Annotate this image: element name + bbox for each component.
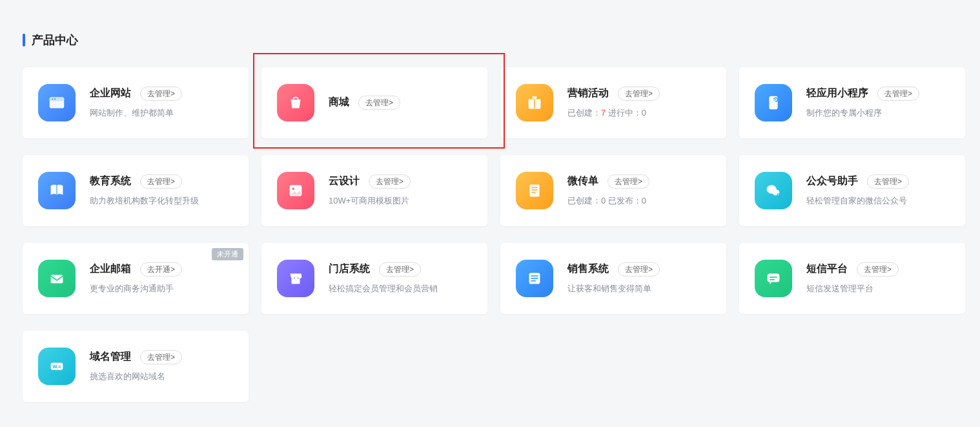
card-desc: 挑选喜欢的网站域名 xyxy=(90,371,233,382)
stat-value: 0 xyxy=(642,108,646,118)
product-card-site[interactable]: 企业网站 去管理> 网站制作、维护都简单 xyxy=(23,67,249,138)
manage-button[interactable]: 去管理> xyxy=(140,174,182,189)
product-card-edu[interactable]: 教育系统 去管理> 助力教培机构数字化转型升级 xyxy=(23,155,249,226)
card-desc: 轻松搞定会员管理和会员营销 xyxy=(329,283,472,295)
title-accent-bar xyxy=(23,34,25,47)
manage-button[interactable]: 去管理> xyxy=(877,87,919,101)
domain-icon: W.= xyxy=(38,348,76,385)
svg-rect-26 xyxy=(770,276,777,278)
svg-point-2 xyxy=(52,98,53,99)
book-icon xyxy=(38,172,76,209)
card-title: 公众号助手 xyxy=(806,174,858,188)
flyer-icon xyxy=(516,172,553,209)
card-title: 企业邮箱 xyxy=(90,262,131,276)
shopping-bag-icon xyxy=(277,84,314,121)
section-header: 产品中心 xyxy=(23,32,957,48)
card-desc: 已创建：7 进行中：0 xyxy=(567,107,711,119)
status-badge: 未开通 xyxy=(212,248,243,260)
svg-rect-24 xyxy=(531,280,536,282)
card-desc: 轻松管理自家的微信公众号 xyxy=(806,195,950,207)
store-icon xyxy=(277,260,314,297)
manage-button[interactable]: 去管理> xyxy=(867,174,909,189)
wechat-icon xyxy=(755,172,792,209)
image-icon xyxy=(277,172,314,209)
stat-value: 0 xyxy=(642,196,646,205)
window-icon xyxy=(38,84,76,121)
stat-label: 已发布： xyxy=(606,196,642,205)
product-card-store[interactable]: 门店系统 去管理> 轻松搞定会员管理和会员营销 xyxy=(261,243,487,314)
manage-button[interactable]: 去管理> xyxy=(857,262,899,276)
card-desc: 更专业的商务沟通助手 xyxy=(90,283,233,295)
product-card-sms[interactable]: 短信平台 去管理> 短信发送管理平台 xyxy=(739,243,965,314)
manage-button[interactable]: 去管理> xyxy=(140,350,182,364)
card-desc: 制作您的专属小程序 xyxy=(806,107,950,119)
card-title: 销售系统 xyxy=(567,262,609,276)
svg-point-3 xyxy=(54,98,56,99)
product-grid: 企业网站 去管理> 网站制作、维护都简单 商城 去管理> xyxy=(23,67,957,402)
svg-text:W.=: W.= xyxy=(52,364,61,370)
manage-button[interactable]: 去管理> xyxy=(379,262,421,276)
product-card-mail[interactable]: 未开通 企业邮箱 去开通> 更专业的商务沟通助手 xyxy=(23,243,249,314)
product-card-miniapp[interactable]: 轻应用小程序 去管理> 制作您的专属小程序 xyxy=(739,67,965,138)
product-card-sales[interactable]: 销售系统 去管理> 让获客和销售变得简单 xyxy=(500,243,726,314)
product-card-promo[interactable]: 营销活动 去管理> 已创建：7 进行中：0 xyxy=(500,67,726,138)
card-desc: 已创建：0 已发布：0 xyxy=(567,195,711,207)
manage-button[interactable]: 去管理> xyxy=(618,87,660,101)
card-desc: 短信发送管理平台 xyxy=(806,283,950,295)
annotation-arrow xyxy=(0,402,980,427)
svg-rect-14 xyxy=(531,189,537,191)
manage-button[interactable]: 去管理> xyxy=(358,96,400,110)
card-title: 域名管理 xyxy=(90,350,131,364)
card-title: 短信平台 xyxy=(806,262,848,276)
product-card-flyer[interactable]: 微传单 去管理> 已创建：0 已发布：0 xyxy=(500,155,726,226)
product-card-mp[interactable]: 公众号助手 去管理> 轻松管理自家的微信公众号 xyxy=(739,155,965,226)
card-desc: 助力教培机构数字化转型升级 xyxy=(90,195,233,207)
card-desc: 10W+可商用模板图片 xyxy=(329,195,472,207)
svg-rect-22 xyxy=(531,275,538,276)
svg-rect-20 xyxy=(291,278,300,284)
svg-point-11 xyxy=(292,187,294,190)
stat-label: 已创建： xyxy=(567,108,601,118)
card-desc: 让获客和销售变得简单 xyxy=(567,283,711,295)
card-title: 微传单 xyxy=(567,174,598,188)
card-title: 营销活动 xyxy=(567,87,609,100)
svg-rect-27 xyxy=(770,279,775,280)
svg-rect-1 xyxy=(50,98,65,101)
card-title: 企业网站 xyxy=(90,87,131,100)
stat-label: 进行中： xyxy=(606,108,642,118)
svg-rect-6 xyxy=(534,99,535,109)
stat-label: 已创建： xyxy=(567,196,601,205)
section-title: 产品中心 xyxy=(32,32,78,48)
card-title: 轻应用小程序 xyxy=(806,87,868,100)
manage-button[interactable]: 去管理> xyxy=(369,174,411,189)
svg-rect-13 xyxy=(531,187,537,188)
card-title: 云设计 xyxy=(329,174,360,188)
list-icon xyxy=(516,260,553,297)
gift-icon xyxy=(516,84,553,121)
product-card-domain[interactable]: W.= 域名管理 去管理> 挑选喜欢的网站域名 xyxy=(23,331,249,402)
product-card-mall[interactable]: 商城 去管理> xyxy=(261,67,487,138)
manage-button[interactable]: 去管理> xyxy=(140,87,182,101)
product-card-design[interactable]: 云设计 去管理> 10W+可商用模板图片 xyxy=(261,155,487,226)
open-button[interactable]: 去开通> xyxy=(140,262,182,276)
card-title: 门店系统 xyxy=(329,262,370,276)
manage-button[interactable]: 去管理> xyxy=(607,174,649,189)
manage-button[interactable]: 去管理> xyxy=(618,262,660,276)
card-desc: 网站制作、维护都简单 xyxy=(90,107,233,119)
svg-rect-23 xyxy=(531,278,538,279)
envelope-icon xyxy=(38,260,76,297)
svg-rect-15 xyxy=(531,192,535,193)
card-title: 教育系统 xyxy=(90,174,131,188)
svg-rect-19 xyxy=(51,275,63,283)
card-title: 商城 xyxy=(329,96,349,109)
miniapp-icon xyxy=(755,84,792,121)
chat-icon xyxy=(755,260,792,297)
